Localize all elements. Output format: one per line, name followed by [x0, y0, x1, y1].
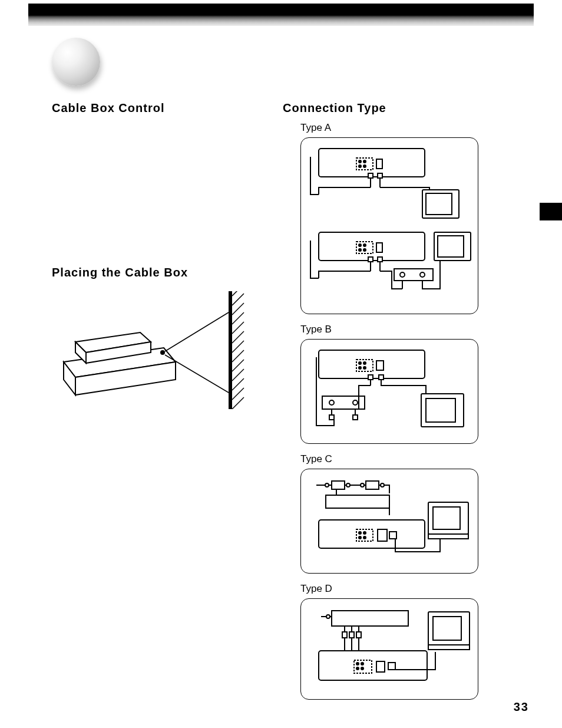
svg-rect-80	[433, 507, 460, 529]
svg-rect-0	[229, 291, 232, 409]
svg-line-3	[232, 303, 244, 315]
svg-rect-71	[319, 520, 425, 548]
svg-rect-81	[428, 534, 468, 539]
svg-rect-87	[319, 651, 427, 680]
svg-line-13	[232, 397, 244, 409]
svg-point-92	[361, 667, 363, 670]
svg-point-66	[325, 483, 329, 487]
svg-point-51	[363, 362, 366, 364]
svg-point-53	[363, 367, 366, 369]
svg-rect-41	[368, 257, 373, 262]
svg-line-11	[232, 378, 244, 390]
svg-point-36	[359, 244, 361, 246]
svg-point-26	[363, 160, 366, 163]
figure-type-b	[300, 339, 478, 444]
svg-point-75	[359, 536, 361, 539]
label-type-a: Type A	[300, 122, 495, 134]
svg-line-4	[232, 312, 244, 324]
svg-rect-34	[319, 232, 425, 261]
svg-point-76	[363, 536, 366, 539]
svg-rect-61	[353, 415, 358, 420]
svg-point-68	[361, 483, 364, 487]
heading-connection-type: Connection Type	[283, 101, 495, 115]
figure-placing-cable-box	[52, 291, 264, 409]
svg-rect-70	[326, 495, 389, 508]
svg-point-38	[359, 249, 361, 251]
svg-point-89	[356, 663, 359, 665]
svg-point-28	[363, 165, 366, 167]
svg-point-27	[359, 165, 361, 167]
svg-rect-23	[319, 149, 425, 177]
svg-point-73	[359, 532, 361, 534]
svg-rect-96	[433, 617, 461, 640]
svg-line-7	[232, 341, 244, 353]
svg-point-20	[160, 350, 165, 355]
svg-rect-33	[426, 193, 452, 215]
svg-rect-60	[329, 415, 334, 420]
svg-rect-56	[379, 375, 384, 380]
page-number: 33	[514, 700, 529, 714]
figure-type-d	[300, 598, 478, 700]
figure-type-a	[300, 137, 478, 314]
side-tab-marker	[540, 203, 562, 220]
svg-line-8	[232, 350, 244, 362]
figure-type-c	[300, 469, 478, 574]
svg-rect-64	[332, 481, 345, 489]
svg-rect-30	[368, 173, 373, 178]
svg-rect-31	[378, 173, 382, 178]
svg-point-37	[363, 244, 366, 246]
svg-line-6	[232, 331, 244, 343]
svg-rect-47	[438, 236, 464, 257]
svg-line-5	[232, 322, 244, 334]
sphere-decoration-icon	[52, 38, 100, 86]
label-type-d: Type D	[300, 583, 495, 595]
svg-rect-48	[319, 350, 425, 378]
svg-line-2	[232, 294, 244, 305]
svg-point-74	[363, 532, 366, 534]
heading-cable-box-control: Cable Box Control	[52, 101, 264, 115]
svg-rect-63	[426, 398, 455, 422]
svg-rect-84	[342, 632, 347, 638]
heading-placing-cable-box: Placing the Cable Box	[52, 266, 264, 279]
header-gradient-bar	[28, 4, 534, 26]
svg-point-69	[381, 483, 384, 487]
svg-rect-85	[349, 632, 354, 638]
svg-point-52	[359, 367, 361, 369]
svg-point-50	[359, 362, 361, 364]
label-type-c: Type C	[300, 453, 495, 465]
svg-rect-65	[366, 481, 379, 489]
svg-line-9	[232, 360, 244, 371]
svg-point-83	[326, 615, 330, 618]
svg-line-12	[232, 388, 244, 400]
svg-rect-86	[356, 632, 361, 638]
svg-rect-82	[332, 611, 408, 626]
svg-line-10	[232, 369, 244, 381]
svg-point-67	[346, 483, 350, 487]
svg-rect-42	[378, 257, 382, 262]
svg-rect-97	[428, 645, 470, 650]
svg-rect-55	[368, 375, 373, 380]
svg-point-25	[359, 160, 361, 163]
svg-point-90	[361, 663, 363, 665]
svg-point-91	[356, 667, 359, 670]
svg-point-39	[363, 249, 366, 251]
label-type-b: Type B	[300, 324, 495, 335]
svg-line-21	[165, 312, 229, 351]
